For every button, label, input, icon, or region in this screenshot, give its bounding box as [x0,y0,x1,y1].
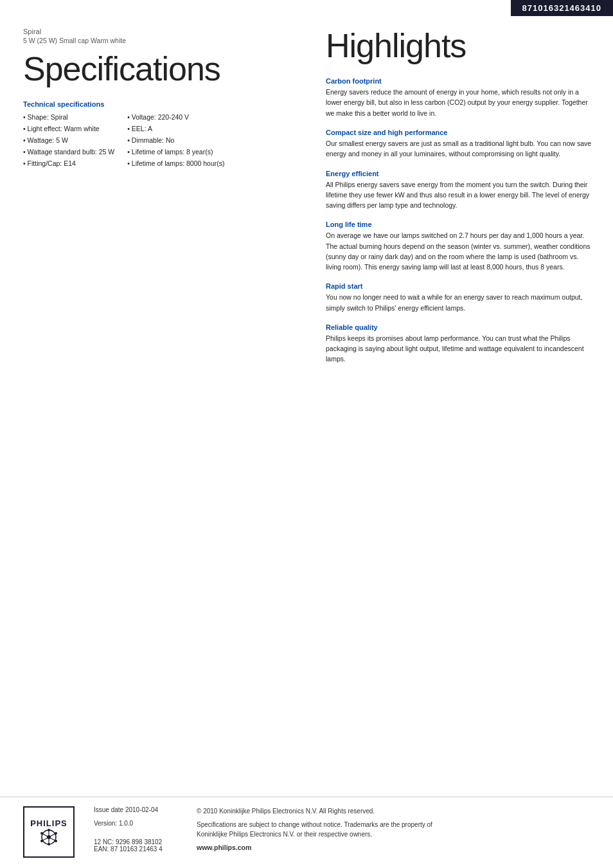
spec-item: Voltage: 220-240 V [127,112,224,123]
highlight-text: Our smallest energy savers are just as s… [326,138,594,159]
left-column: Spiral 5 W (25 W) Small cap Warm white S… [0,16,306,797]
spec-item: Light effect: Warm white [23,123,114,135]
svg-point-4 [47,835,51,839]
page-wrapper: 871016321463410 Spiral 5 W (25 W) Small … [0,0,613,868]
legal-text: Specifications are subject to change wit… [197,820,441,839]
spec-item: Lifetime of lamps: 8 year(s) [127,147,224,158]
highlight-item: Reliable qualityPhilips keeps its promis… [326,323,594,365]
highlight-text: You now no longer need to wait a while f… [326,292,594,313]
footer: PHILIPS [0,797,613,868]
highlight-text: Philips keeps its promises about lamp pe… [326,333,594,365]
svg-point-6 [48,843,50,845]
page-title: Specifications [23,51,291,87]
highlight-item: Rapid startYou now no longer need to wai… [326,282,594,313]
spec-item: Wattage standard bulb: 25 W [23,147,114,158]
highlight-item: Compact size and high performanceOur sma… [326,129,594,159]
main-content: Spiral 5 W (25 W) Small cap Warm white S… [0,16,613,797]
specs-columns: Shape: SpiralLight effect: Warm whiteWat… [23,112,291,169]
product-category: Spiral [23,28,291,35]
nc-info: 12 NC: 9296 898 38102EAN: 87 10163 21463… [94,838,177,853]
website: www.philips.com [197,843,441,853]
spec-item: Fitting/Cap: E14 [23,158,114,170]
issue-date-label: Issue date 2010-02-04 [94,806,177,813]
product-code: 871016321463410 [511,0,613,16]
highlight-heading: Rapid start [326,282,594,290]
highlight-text: Energy savers reduce the amount of energ… [326,87,594,118]
highlights-container: Carbon footprintEnergy savers reduce the… [326,77,594,365]
right-column: Highlights Carbon footprintEnergy savers… [306,16,613,797]
svg-point-7 [40,832,43,835]
highlight-item: Long life timeOn average we have our lam… [326,221,594,272]
spec-item: EEL: A [127,123,224,135]
specs-list-col2: Voltage: 220-240 VEEL: ADimmable: NoLife… [127,112,224,169]
version-item: Version: 1.0.0 [94,820,177,827]
philips-logo: PHILIPS [23,806,75,858]
svg-point-5 [48,829,50,831]
svg-point-10 [55,832,57,835]
highlight-heading: Compact size and high performance [326,129,594,136]
highlight-heading: Long life time [326,221,594,228]
issue-date-item: Issue date 2010-02-04 [94,806,177,813]
footer-meta: Issue date 2010-02-04 Version: 1.0.0 12 … [94,806,177,853]
logo-emblem [36,828,62,846]
tech-specs-title: Technical specifications [23,100,291,108]
version-label: Version: 1.0.0 [94,820,177,827]
highlight-item: Energy efficientAll Philips energy saver… [326,170,594,211]
product-subtitle: 5 W (25 W) Small cap Warm white [23,37,291,44]
spec-item: Lifetime of lamps: 8000 hour(s) [127,158,224,170]
spec-item: Shape: Spiral [23,112,114,123]
highlight-text: On average we have our lamps switched on… [326,230,594,272]
highlight-heading: Reliable quality [326,323,594,331]
spec-item: Wattage: 5 W [23,135,114,147]
highlight-item: Carbon footprintEnergy savers reduce the… [326,77,594,118]
highlight-heading: Energy efficient [326,170,594,177]
svg-point-9 [40,840,43,842]
specs-list-col1: Shape: SpiralLight effect: Warm whiteWat… [23,112,114,169]
highlight-heading: Carbon footprint [326,77,594,85]
highlight-text: All Philips energy savers save energy fr… [326,179,594,211]
header-bar: 871016321463410 [0,0,613,16]
footer-legal: © 2010 Koninklijke Philips Electronics N… [197,806,441,853]
copyright: © 2010 Koninklijke Philips Electronics N… [197,806,441,816]
spec-item: Dimmable: No [127,135,224,147]
highlights-title: Highlights [326,28,594,64]
svg-point-8 [55,840,57,842]
logo-text: PHILIPS [30,818,67,828]
